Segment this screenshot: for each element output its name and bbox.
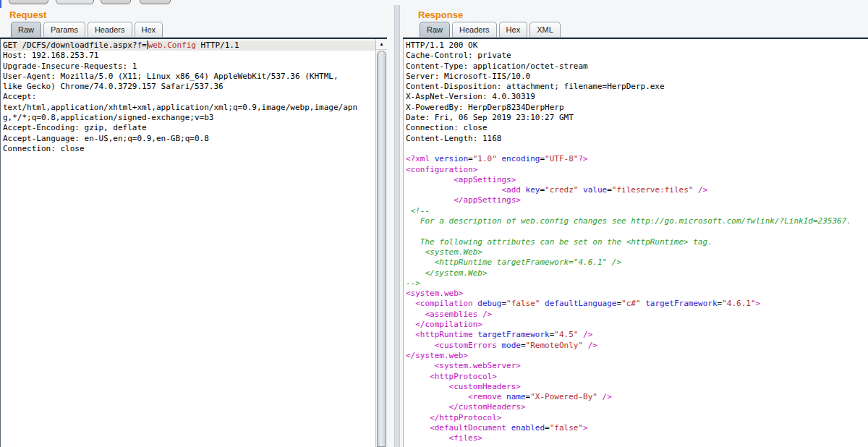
code-line: </compilation> bbox=[406, 320, 868, 330]
panel-splitter bbox=[387, 5, 403, 447]
code-line bbox=[406, 144, 868, 154]
toolbar-button-1[interactable] bbox=[9, 0, 48, 4]
code-line: <appSettings> bbox=[406, 175, 868, 185]
code-line: <system.Web> bbox=[406, 247, 868, 257]
request-scrollbar[interactable]: ▲ bbox=[375, 39, 387, 447]
code-line: <defaultDocument enabled="false"> bbox=[406, 423, 868, 433]
code-line: </system.web> bbox=[406, 351, 868, 361]
request-panel: Request RawParamsHeadersHex GET /DCFS/do… bbox=[0, 5, 387, 447]
code-line: <remove name="X-Powered-By" /> bbox=[406, 392, 868, 402]
code-line: <assemblies /> bbox=[406, 310, 868, 320]
code-line: Date: Fri, 06 Sep 2019 23:10:27 GMT bbox=[406, 113, 868, 123]
code-line: Connection: close bbox=[406, 123, 868, 133]
code-line: like Gecko) Chrome/74.0.3729.157 Safari/… bbox=[3, 82, 375, 92]
scrollbar-thumb[interactable] bbox=[377, 51, 386, 447]
request-tab-headers[interactable]: Headers bbox=[88, 22, 132, 37]
toolbar-button-4[interactable] bbox=[140, 0, 171, 4]
code-line: <add key="credz" value="fileserve:files"… bbox=[406, 185, 868, 195]
code-line: <!-- bbox=[406, 206, 868, 216]
code-line: Upgrade-Insecure-Requests: 1 bbox=[3, 61, 375, 72]
code-line: <httpRuntime targetFramework="4.6.1" /> bbox=[406, 257, 868, 268]
code-line bbox=[406, 226, 868, 237]
request-tab-hex[interactable]: Hex bbox=[135, 22, 163, 37]
response-raw-text[interactable]: HTTP/1.1 200 OKCache-Control: privateCon… bbox=[404, 39, 868, 444]
code-line: Accept: bbox=[3, 92, 375, 102]
request-panel-title: Request bbox=[0, 5, 387, 21]
scroll-up-icon[interactable]: ▲ bbox=[376, 39, 387, 50]
code-line: Accept-Encoding: gzip, deflate bbox=[3, 123, 375, 133]
code-line: <httpRuntime targetFramework="4.5" /> bbox=[406, 330, 868, 340]
code-line: The following attributes can be set on t… bbox=[406, 237, 868, 247]
response-panel: Response RawHeadersHexXML HTTP/1.1 200 O… bbox=[403, 5, 868, 447]
response-panel-title: Response bbox=[403, 5, 868, 21]
code-line: <httpProtocol> bbox=[406, 372, 868, 382]
response-tabbar: RawHeadersHexXML bbox=[403, 21, 868, 37]
response-tab-hex[interactable]: Hex bbox=[499, 22, 528, 37]
code-line: </customHeaders> bbox=[406, 402, 868, 412]
code-line: <customHeaders> bbox=[406, 382, 868, 392]
code-line: GET /DCFS/downloadfile.aspx?f=web.Config… bbox=[3, 41, 387, 51]
code-line: <compilation debug="false" defaultLangua… bbox=[406, 299, 868, 309]
code-line: Content-Length: 1168 bbox=[406, 134, 868, 144]
code-line: <configuration> bbox=[406, 165, 868, 175]
code-line: --> bbox=[406, 278, 868, 289]
code-line: X-AspNet-Version: 4.0.30319 bbox=[406, 92, 868, 102]
request-tab-raw[interactable]: Raw bbox=[11, 22, 41, 37]
request-raw-text[interactable]: GET /DCFS/downloadfile.aspx?f=web.Config… bbox=[1, 39, 375, 154]
code-line: Content-Type: application/octet-stream bbox=[406, 61, 868, 72]
burp-intercept-view: Request RawParamsHeadersHex GET /DCFS/do… bbox=[0, 0, 868, 447]
response-tab-raw[interactable]: Raw bbox=[420, 22, 450, 37]
splitter-bar[interactable] bbox=[394, 5, 400, 447]
request-tab-params[interactable]: Params bbox=[43, 22, 85, 37]
request-response-split: Request RawParamsHeadersHex GET /DCFS/do… bbox=[0, 5, 868, 447]
toolbar-button-3[interactable] bbox=[101, 0, 131, 4]
code-line: <system.webServer> bbox=[406, 361, 868, 371]
code-line: Accept-Language: en-US,en;q=0.9,en-GB;q=… bbox=[3, 134, 375, 144]
code-line: For a description of web.config changes … bbox=[406, 216, 868, 226]
code-line: Content-Disposition: attachment; filenam… bbox=[406, 82, 868, 92]
request-tabbar: RawParamsHeadersHex bbox=[0, 21, 387, 37]
code-line: HTTP/1.1 200 OK bbox=[406, 41, 868, 51]
toolbar-button-2[interactable] bbox=[56, 0, 94, 4]
response-tab-headers[interactable]: Headers bbox=[452, 22, 497, 37]
code-line: X-PoweredBy: HerpDerp8234DerpHerp bbox=[406, 103, 868, 113]
code-line: Cache-Control: private bbox=[406, 51, 868, 61]
request-editor[interactable]: GET /DCFS/downloadfile.aspx?f=web.Config… bbox=[0, 39, 387, 447]
code-line: Host: 192.168.253.71 bbox=[3, 51, 375, 61]
code-line: </appSettings> bbox=[406, 195, 868, 205]
code-line: <files> bbox=[406, 433, 868, 443]
code-line: Connection: close bbox=[3, 144, 375, 154]
window-edge-accent bbox=[0, 0, 1, 8]
code-line: <customErrors mode="RemoteOnly" /> bbox=[406, 341, 868, 351]
code-line: Server: Microsoft-IIS/10.0 bbox=[406, 72, 868, 82]
code-line: g,*/*;q=0.8,application/signed-exchange;… bbox=[3, 113, 375, 123]
response-editor[interactable]: HTTP/1.1 200 OKCache-Control: privateCon… bbox=[403, 39, 868, 447]
toolbar bbox=[0, 0, 868, 5]
code-line: </httpProtocol> bbox=[406, 413, 868, 423]
code-line: User-Agent: Mozilla/5.0 (X11; Linux x86_… bbox=[3, 72, 375, 82]
code-line: </system.Web> bbox=[406, 268, 868, 278]
code-line: text/html,application/xhtml+xml,applicat… bbox=[3, 103, 375, 113]
code-line: <?xml version="1.0" encoding="UTF-8"?> bbox=[406, 154, 868, 164]
response-tab-xml[interactable]: XML bbox=[529, 22, 561, 37]
code-line: <system.web> bbox=[406, 289, 868, 299]
